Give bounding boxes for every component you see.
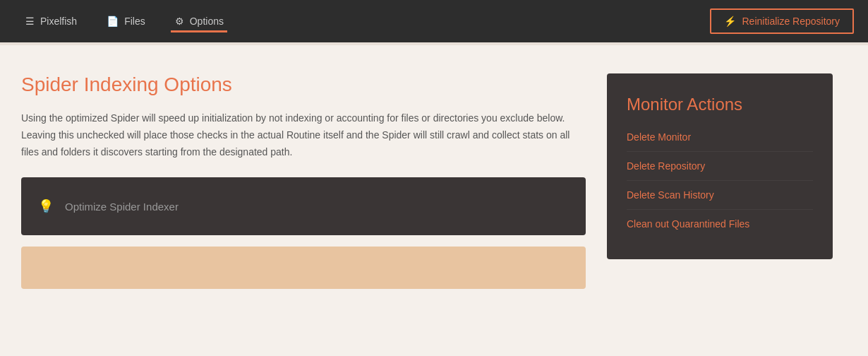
reinitialize-label: Reinitialize Repository: [742, 16, 840, 27]
pixelfish-icon: ☰: [25, 16, 35, 27]
action-clean-quarantined-files[interactable]: Clean out Quarantined Files: [627, 210, 813, 238]
nav-label-options: Options: [190, 16, 224, 27]
nav-label-files: Files: [124, 16, 145, 27]
reinitialize-icon: ⚡: [724, 16, 736, 27]
main-content: Spider Indexing Options Using the optimi…: [0, 45, 868, 317]
right-panel: Monitor Actions Delete Monitor Delete Re…: [607, 73, 833, 289]
left-panel: Spider Indexing Options Using the optimi…: [21, 73, 586, 289]
action-delete-repository[interactable]: Delete Repository: [627, 152, 813, 181]
options-icon: ⚙: [175, 16, 184, 27]
monitor-actions-card: Monitor Actions Delete Monitor Delete Re…: [607, 73, 833, 259]
monitor-actions-title: Monitor Actions: [627, 95, 813, 114]
bottom-card: [21, 247, 586, 289]
reinitialize-button[interactable]: ⚡ Reinitialize Repository: [710, 8, 854, 34]
nav-left: ☰ Pixelfish 📄 Files ⚙ Options: [14, 10, 235, 32]
files-icon: 📄: [107, 16, 119, 27]
nav-label-pixelfish: Pixelfish: [40, 16, 77, 27]
nav-item-options[interactable]: ⚙ Options: [164, 10, 235, 32]
action-delete-scan-history[interactable]: Delete Scan History: [627, 181, 813, 210]
action-list: Delete Monitor Delete Repository Delete …: [627, 131, 813, 238]
toggle-icon: 💡: [38, 198, 54, 214]
description-text: Using the optimized Spider will speed up…: [21, 110, 586, 160]
nav-item-pixelfish[interactable]: ☰ Pixelfish: [14, 10, 88, 32]
page-title: Spider Indexing Options: [21, 73, 586, 96]
nav-item-files[interactable]: 📄 Files: [95, 10, 157, 32]
navbar: ☰ Pixelfish 📄 Files ⚙ Options ⚡ Reinitia…: [0, 0, 868, 42]
spider-option-label: Optimize Spider Indexer: [65, 201, 179, 213]
action-delete-monitor[interactable]: Delete Monitor: [627, 131, 813, 152]
spider-options-card[interactable]: 💡 Optimize Spider Indexer: [21, 177, 586, 235]
